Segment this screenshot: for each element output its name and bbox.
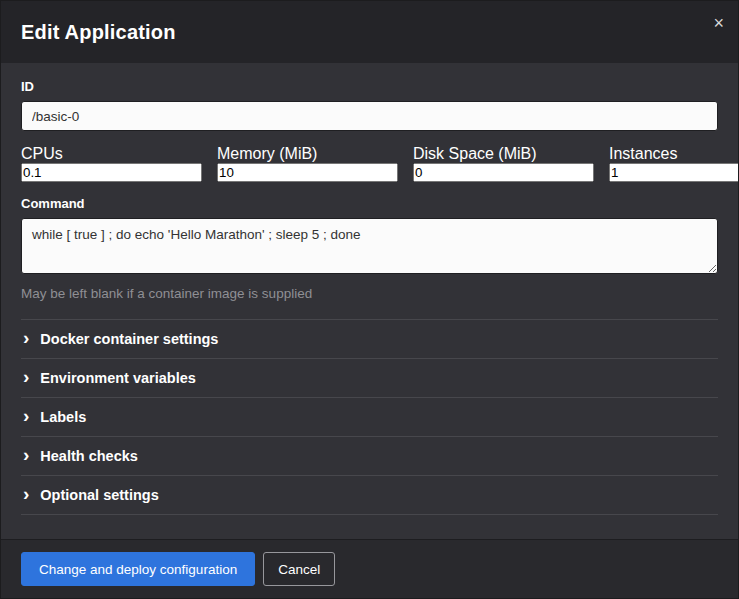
- collapsible-sections: › Docker container settings › Environmen…: [21, 319, 718, 515]
- resources-row: CPUs Memory (MiB) Disk Space (MiB) Insta…: [21, 145, 718, 182]
- id-label: ID: [21, 79, 718, 94]
- chevron-right-icon: ›: [23, 448, 29, 462]
- cancel-button[interactable]: Cancel: [263, 552, 335, 586]
- memory-input[interactable]: [217, 163, 398, 182]
- instances-label: Instances: [609, 145, 677, 162]
- chevron-right-icon: ›: [23, 370, 29, 384]
- section-label-optional-settings: Optional settings: [40, 487, 158, 503]
- cpus-input[interactable]: [21, 163, 202, 182]
- edit-application-modal: Edit Application × ID CPUs Memory (MiB) …: [0, 0, 739, 599]
- section-optional-settings[interactable]: › Optional settings: [21, 475, 718, 515]
- command-label: Command: [21, 196, 718, 211]
- section-docker-container-settings[interactable]: › Docker container settings: [21, 319, 718, 358]
- instances-field-group: Instances: [609, 145, 738, 182]
- disk-space-label: Disk Space (MiB): [413, 145, 537, 162]
- command-help-text: May be left blank if a container image i…: [21, 286, 718, 301]
- edit-application-form: ID CPUs Memory (MiB) Disk Space (MiB) In…: [1, 63, 738, 539]
- cpus-field-group: CPUs: [21, 145, 202, 182]
- id-input[interactable]: [21, 101, 718, 131]
- disk-space-field-group: Disk Space (MiB): [413, 145, 594, 182]
- section-environment-variables[interactable]: › Environment variables: [21, 358, 718, 397]
- modal-footer: Change and deploy configuration Cancel: [1, 539, 738, 598]
- section-label-docker-container-settings: Docker container settings: [40, 331, 218, 347]
- change-and-deploy-button[interactable]: Change and deploy configuration: [21, 552, 255, 586]
- memory-field-group: Memory (MiB): [217, 145, 398, 182]
- chevron-right-icon: ›: [23, 487, 29, 501]
- modal-title: Edit Application: [21, 21, 176, 44]
- instances-input[interactable]: [609, 163, 738, 182]
- disk-space-input[interactable]: [413, 163, 594, 182]
- section-label-labels: Labels: [40, 409, 86, 425]
- command-field-group: Command while [ true ] ; do echo 'Hello …: [21, 196, 718, 301]
- chevron-right-icon: ›: [23, 331, 29, 345]
- cpus-label: CPUs: [21, 145, 63, 162]
- memory-label: Memory (MiB): [217, 145, 317, 162]
- close-icon[interactable]: ×: [713, 14, 724, 32]
- id-field-group: ID: [21, 79, 718, 131]
- chevron-right-icon: ›: [23, 409, 29, 423]
- section-label-health-checks: Health checks: [40, 448, 138, 464]
- section-labels[interactable]: › Labels: [21, 397, 718, 436]
- modal-header: Edit Application ×: [1, 1, 738, 63]
- section-health-checks[interactable]: › Health checks: [21, 436, 718, 475]
- command-input[interactable]: while [ true ] ; do echo 'Hello Marathon…: [21, 218, 718, 274]
- section-label-environment-variables: Environment variables: [40, 370, 196, 386]
